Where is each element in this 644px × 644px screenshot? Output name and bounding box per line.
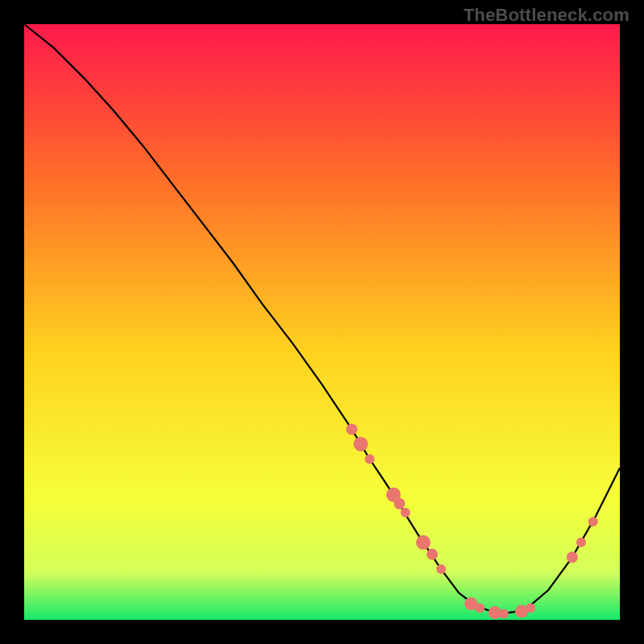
plot-background	[24, 24, 620, 620]
highlight-dot	[416, 535, 431, 550]
highlight-dot	[567, 551, 578, 563]
highlight-dot	[365, 454, 374, 464]
highlight-dot	[394, 498, 405, 510]
highlight-dot	[475, 603, 485, 613]
highlight-dot	[401, 508, 411, 518]
watermark-text: TheBottleneck.com	[464, 5, 630, 26]
highlight-dot	[436, 564, 446, 574]
highlight-dot	[346, 423, 357, 435]
highlight-dot	[353, 437, 368, 452]
highlight-dot	[588, 517, 598, 526]
bottleneck-chart	[0, 0, 644, 644]
highlight-dot	[427, 549, 438, 560]
highlight-dot	[576, 538, 586, 547]
highlight-dot	[499, 609, 509, 619]
highlight-dot	[526, 603, 535, 613]
